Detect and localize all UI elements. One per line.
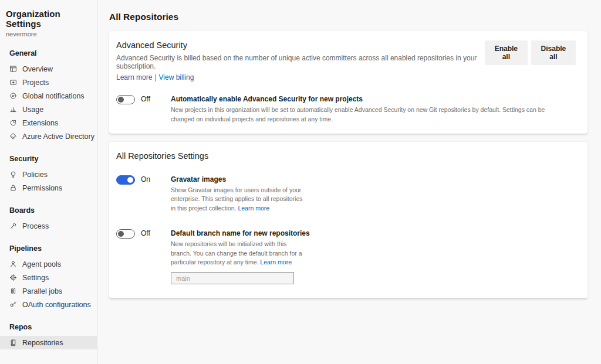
permissions-icon [9, 184, 17, 192]
sidebar-item-parallel-jobs[interactable]: Parallel jobs [0, 284, 97, 298]
sidebar-item-agent-pools[interactable]: Agent pools [0, 257, 97, 271]
sidebar-item-oauth-configurations[interactable]: OAuth configurations [0, 298, 97, 311]
sidebar-item-azure-active-directory[interactable]: Azure Active Directory [0, 130, 97, 143]
sidebar-item-global-notifications[interactable]: Global notifications [0, 89, 97, 103]
section-header-general: General [0, 38, 97, 62]
sidebar-item-permissions[interactable]: Permissions [0, 181, 97, 195]
gravatar-images-label: Gravatar images [171, 175, 307, 183]
sidebar-item-policies[interactable]: Policies [0, 168, 97, 181]
default-branch-row: Off Default branch name for new reposito… [116, 229, 576, 284]
sidebar-item-label: OAuth configurations [22, 301, 91, 309]
section-header-boards: Boards [0, 195, 97, 219]
section-header-security: Security [0, 143, 97, 168]
disable-all-button[interactable]: Disable all [531, 40, 576, 65]
policies-icon [9, 171, 17, 178]
sidebar-item-label: Repositories [22, 339, 63, 347]
toggle-state-label: On [141, 175, 171, 183]
main-content: All Repositories Advanced Security Advan… [97, 0, 601, 364]
global-notifications-icon [9, 92, 17, 100]
enable-all-button[interactable]: Enable all [485, 40, 528, 65]
learn-more-link[interactable]: Learn more [238, 205, 269, 212]
auto-enable-advanced-security-toggle[interactable] [116, 95, 135, 104]
sidebar-item-repositories[interactable]: Repositories [0, 336, 97, 349]
sidebar-item-label: Usage [22, 106, 43, 114]
learn-more-link[interactable]: Learn more [116, 73, 152, 81]
usage-icon [9, 106, 17, 113]
app-window: Organization Settings nevermore General … [0, 0, 601, 364]
azure-active-directory-icon [9, 132, 17, 140]
sidebar-item-label: Azure Active Directory [22, 132, 94, 141]
sidebar-item-label: Overview [22, 65, 53, 73]
process-icon [9, 222, 17, 230]
advanced-security-description: Advanced Security is billed based on the… [116, 54, 485, 70]
sidebar-item-settings[interactable]: Settings [0, 271, 97, 284]
sidebar-item-label: Projects [22, 79, 49, 87]
card-title: Advanced Security [116, 40, 485, 50]
all-repositories-settings-card: All Repositories Settings On Gravatar im… [109, 142, 588, 299]
sidebar-item-extensions[interactable]: Extensions [0, 116, 97, 130]
learn-more-link[interactable]: Learn more [260, 258, 292, 266]
sidebar-item-overview[interactable]: Overview [0, 62, 97, 76]
sidebar-item-label: Global notifications [22, 92, 85, 100]
card-title: All Repositories Settings [116, 151, 576, 161]
auto-enable-advanced-security-row: Off Automatically enable Advanced Securi… [116, 94, 576, 124]
toggle-state-label: Off [141, 229, 171, 237]
advanced-security-header-text: Advanced Security Advanced Security is b… [116, 40, 485, 81]
sidebar-item-label: Parallel jobs [22, 287, 62, 295]
sidebar-title: Organization Settings [0, 9, 97, 29]
sidebar-item-process[interactable]: Process [0, 219, 97, 233]
header-buttons: Enable all Disable all [485, 40, 576, 65]
extensions-icon [9, 119, 17, 127]
repository-icon [9, 339, 17, 346]
sidebar-item-label: Process [22, 222, 49, 230]
overview-icon [9, 65, 17, 73]
sidebar-item-label: Policies [22, 171, 48, 179]
gravatar-images-row: On Gravatar images Show Gravatar images … [116, 175, 576, 213]
key-icon [9, 301, 17, 308]
default-branch-label: Default branch name for new repositories [171, 229, 310, 237]
gear-icon [9, 274, 17, 281]
link-separator: | [154, 73, 156, 81]
sidebar-item-label: Agent pools [22, 260, 61, 268]
settings-sidebar: Organization Settings nevermore General … [0, 0, 97, 364]
sidebar-item-projects[interactable]: Projects [0, 76, 97, 89]
default-branch-description: New repositories will be initialized wit… [171, 240, 307, 267]
sidebar-item-label: Permissions [22, 184, 62, 192]
sidebar-item-label: Extensions [22, 119, 58, 127]
agent-pools-icon [9, 260, 17, 268]
sidebar-item-usage[interactable]: Usage [0, 103, 97, 116]
toggle-state-label: Off [141, 94, 171, 103]
gravatar-images-description: Show Gravatar images for users outside o… [171, 186, 307, 213]
auto-enable-label: Automatically enable Advanced Security f… [171, 95, 565, 103]
sidebar-item-label: Settings [22, 274, 49, 282]
projects-icon [9, 79, 17, 86]
gravatar-images-toggle[interactable] [116, 175, 135, 185]
section-header-pipelines: Pipelines [0, 233, 97, 257]
auto-enable-description: New projects in this organization will b… [171, 106, 565, 124]
default-branch-toggle[interactable] [116, 229, 135, 239]
gravatar-description-text: Show Gravatar images for users outside o… [171, 186, 303, 212]
advanced-security-card: Advanced Security Advanced Security is b… [109, 31, 588, 134]
advanced-security-links: Learn more|View billing [116, 73, 485, 81]
parallel-jobs-icon [9, 287, 17, 295]
page-title: All Repositories [109, 12, 588, 22]
section-header-repos: Repos [0, 311, 97, 336]
organization-name: nevermore [0, 29, 97, 38]
default-branch-name-input[interactable] [171, 272, 294, 284]
view-billing-link[interactable]: View billing [159, 73, 194, 81]
